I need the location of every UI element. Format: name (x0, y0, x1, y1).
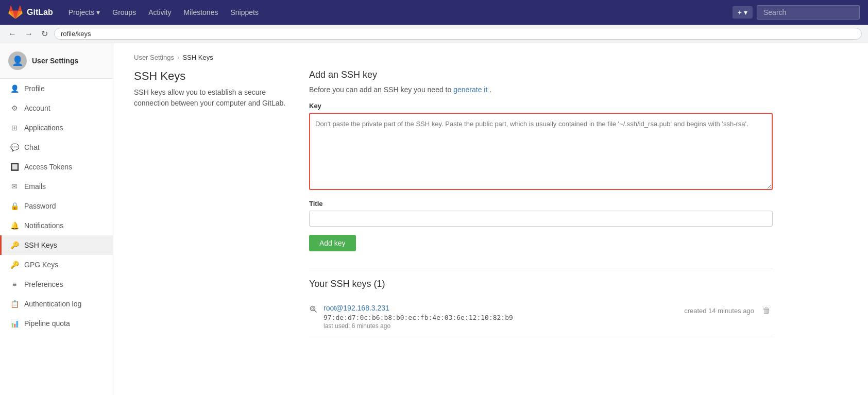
content-grid: SSH Keys SSH keys allow you to establish… (134, 70, 847, 336)
sidebar-item-label: Chat (24, 143, 40, 151)
user-settings-label: User Settings (32, 57, 78, 65)
generate-it-link[interactable]: generate it (453, 85, 487, 94)
sidebar-item-label: GPG Keys (24, 261, 58, 269)
sidebar-item-label: Preferences (24, 280, 63, 288)
add-ssh-title: Add an SSH key (309, 70, 773, 80)
title-label: Title (309, 200, 773, 208)
top-navigation: GitLab Projects ▾ Groups Activity Milest… (0, 0, 868, 25)
sidebar-item-label: Account (24, 104, 50, 112)
sidebar-item-label: Notifications (24, 221, 63, 230)
access-tokens-icon: 🔲 (10, 163, 19, 171)
sidebar: 👤 User Settings 👤 Profile ⚙ Account ⊞ Ap… (0, 43, 113, 395)
sidebar-item-label: Applications (24, 124, 63, 132)
nav-milestones[interactable]: Milestones (179, 5, 224, 20)
emails-icon: ✉ (10, 182, 19, 191)
refresh-button[interactable]: ↻ (39, 27, 50, 41)
applications-icon: ⊞ (10, 124, 19, 132)
account-icon: ⚙ (10, 104, 19, 112)
sidebar-item-profile[interactable]: 👤 Profile (0, 79, 113, 98)
brand-logo[interactable]: GitLab (8, 5, 53, 20)
sidebar-item-password[interactable]: 🔒 Password (0, 196, 113, 216)
key-form-group: Key (309, 102, 773, 192)
page-title: SSH Keys (134, 70, 288, 83)
new-item-button[interactable]: + ▾ (733, 6, 753, 19)
page-description: SSH keys allow you to establish a secure… (134, 87, 288, 109)
title-form-group: Title (309, 200, 773, 227)
add-ssh-section: Add an SSH key Before you can add an SSH… (309, 70, 773, 251)
breadcrumb: User Settings › SSH Keys (134, 54, 847, 61)
sidebar-item-ssh-keys[interactable]: 🔑 SSH Keys (0, 235, 113, 255)
forward-button[interactable]: → (23, 27, 35, 41)
url-bar[interactable] (54, 28, 862, 40)
sidebar-item-label: SSH Keys (24, 241, 57, 249)
ssh-keys-icon: 🔑 (10, 241, 19, 249)
your-ssh-keys-section: Your SSH keys (1) root@192.168.3.231 97: (309, 268, 773, 336)
breadcrumb-parent[interactable]: User Settings (134, 54, 174, 61)
notifications-icon: 🔔 (10, 221, 19, 230)
sidebar-item-gpg-keys[interactable]: 🔑 GPG Keys (0, 255, 113, 274)
nav-snippets[interactable]: Snippets (225, 5, 263, 20)
key-label: Key (309, 102, 773, 110)
key-delete-button[interactable]: 🗑 (760, 304, 773, 317)
sidebar-item-label: Access Tokens (24, 163, 72, 171)
password-icon: 🔒 (10, 202, 19, 210)
sidebar-item-auth-log[interactable]: 📋 Authentication log (0, 294, 113, 314)
svg-point-2 (312, 307, 314, 310)
key-search-icon (309, 305, 317, 315)
sidebar-item-label: Emails (24, 182, 46, 191)
key-name: root@192.168.3.231 (324, 304, 678, 312)
sidebar-item-preferences[interactable]: ≡ Preferences (0, 274, 113, 294)
nav-links: Projects ▾ Groups Activity Milestones Sn… (63, 5, 264, 20)
main-content: User Settings › SSH Keys SSH Keys SSH ke… (113, 43, 868, 395)
sidebar-item-pipeline-quota[interactable]: 📊 Pipeline quota (0, 314, 113, 333)
address-bar: ← → ↻ (0, 25, 868, 43)
chat-icon: 💬 (10, 143, 19, 151)
gpg-keys-icon: 🔑 (10, 261, 19, 269)
key-last-used: last used: 6 minutes ago (324, 322, 678, 330)
sidebar-item-label: Pipeline quota (24, 319, 70, 328)
nav-right: + ▾ (733, 5, 860, 20)
back-button[interactable]: ← (6, 27, 19, 41)
sidebar-item-chat[interactable]: 💬 Chat (0, 138, 113, 157)
add-key-button[interactable]: Add key (309, 235, 356, 251)
key-details: root@192.168.3.231 97:de:d7:0c:b6:b8:b0:… (324, 304, 678, 330)
search-input[interactable] (757, 5, 860, 20)
breadcrumb-separator: › (177, 54, 179, 61)
ssh-key-item: root@192.168.3.231 97:de:d7:0c:b6:b8:b0:… (309, 298, 773, 336)
svg-line-1 (315, 311, 317, 313)
avatar: 👤 (8, 51, 27, 70)
left-description: SSH Keys SSH keys allow you to establish… (134, 70, 288, 336)
avatar-icon: 👤 (12, 55, 23, 66)
sidebar-user-header: 👤 User Settings (0, 43, 113, 79)
sidebar-nav: 👤 Profile ⚙ Account ⊞ Applications 💬 Cha… (0, 79, 113, 333)
sidebar-item-label: Profile (24, 84, 45, 93)
right-panel: Add an SSH key Before you can add an SSH… (309, 70, 773, 336)
sidebar-item-label: Password (24, 202, 56, 210)
nav-projects[interactable]: Projects ▾ (63, 5, 106, 20)
your-keys-title: Your SSH keys (1) (309, 279, 773, 289)
key-textarea[interactable] (309, 113, 773, 190)
nav-activity[interactable]: Activity (143, 5, 176, 20)
preferences-icon: ≡ (10, 280, 19, 288)
profile-icon: 👤 (10, 84, 19, 93)
delete-icon: 🗑 (762, 306, 771, 315)
key-fingerprint: 97:de:d7:0c:b6:b8:b0:ec:fb:4e:03:6e:12:1… (324, 314, 678, 321)
pipeline-quota-icon: 📊 (10, 319, 19, 328)
add-ssh-description: Before you can add an SSH key you need t… (309, 85, 773, 94)
chevron-down-icon: ▾ (744, 8, 747, 16)
sidebar-item-access-tokens[interactable]: 🔲 Access Tokens (0, 157, 113, 177)
auth-log-icon: 📋 (10, 300, 19, 308)
key-meta: created 14 minutes ago 🗑 (684, 304, 773, 317)
sidebar-item-emails[interactable]: ✉ Emails (0, 177, 113, 196)
sidebar-item-notifications[interactable]: 🔔 Notifications (0, 216, 113, 235)
sidebar-item-applications[interactable]: ⊞ Applications (0, 118, 113, 138)
title-input[interactable] (309, 211, 773, 227)
sidebar-item-label: Authentication log (24, 300, 81, 308)
page-wrapper: 👤 User Settings 👤 Profile ⚙ Account ⊞ Ap… (0, 43, 868, 395)
plus-icon: + (738, 8, 742, 16)
key-created: created 14 minutes ago (684, 307, 754, 315)
chevron-down-icon: ▾ (96, 8, 100, 16)
nav-groups[interactable]: Groups (107, 5, 141, 20)
breadcrumb-current: SSH Keys (182, 54, 213, 61)
sidebar-item-account[interactable]: ⚙ Account (0, 98, 113, 118)
